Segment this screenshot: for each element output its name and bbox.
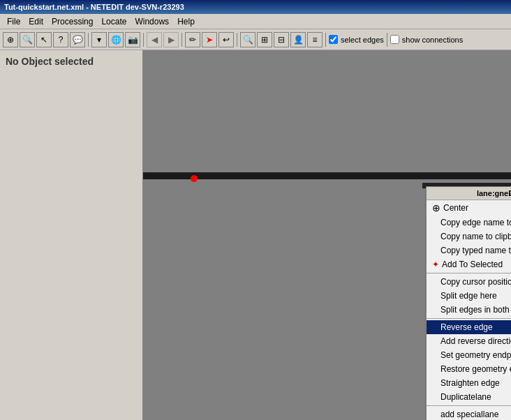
- toolbar-btn-7[interactable]: 🌐: [108, 32, 124, 47]
- ctx-add-special-lane-label: add speciallane: [440, 410, 498, 419]
- toolbar-sep-1: [88, 33, 89, 47]
- canvas-area[interactable]: lane:gneE1_0 ⊕ Center Copy edge name to …: [143, 50, 511, 420]
- toolbar-sep-6: [387, 33, 387, 47]
- ctx-add-reverse-label: Add reverse direction: [440, 336, 511, 346]
- menu-locate[interactable]: Locate: [97, 15, 131, 28]
- ctx-straighten-label: Straighten edge: [440, 378, 500, 388]
- show-connections-checkbox[interactable]: [390, 35, 399, 44]
- ctx-reverse-edge-label: Reverse edge: [440, 322, 493, 332]
- toolbar-btn-8[interactable]: 📷: [125, 32, 140, 47]
- toolbar-sep-3: [182, 33, 182, 47]
- ctx-duplicate-lane-label: Duplicatelane: [440, 392, 491, 402]
- ctx-add-reverse[interactable]: Add reverse direction: [427, 334, 511, 348]
- ctx-set-geometry[interactable]: Set geometry endpoint here: [427, 348, 511, 362]
- ctx-straighten[interactable]: Straighten edge: [427, 376, 511, 390]
- road-line-upper: [143, 172, 511, 179]
- toolbar-btn-grid2[interactable]: ⊟: [274, 32, 289, 47]
- main-layout: No Object selected lane:gneE1_0 ⊕ Center…: [0, 50, 511, 420]
- toolbar: ⊕ 🔍 ↖ ? 💬 ▾ 🌐 📷 ◀ ▶ ✏ ➤ ↩ 🔍 ⊞ ⊟ 👤 ≡ sele…: [0, 29, 511, 50]
- toolbar-btn-1[interactable]: ⊕: [3, 32, 18, 47]
- ctx-copy-typed-name[interactable]: Copy typed name to clipboard: [427, 243, 511, 257]
- ctx-copy-name-label: Copy name to clipboard: [440, 232, 511, 241]
- toolbar-btn-arrow-red[interactable]: ➤: [202, 32, 217, 47]
- add-selected-icon: ✦: [432, 260, 439, 269]
- ctx-header: lane:gneE1_0: [427, 187, 511, 200]
- menu-processing[interactable]: Processing: [47, 15, 97, 28]
- title-text: Tut-quickstart.net.xml - NETEDIT dev-SVN…: [4, 3, 184, 11]
- ctx-reverse-edge[interactable]: Reverse edge: [427, 320, 511, 334]
- toolbar-sep-5: [325, 33, 326, 47]
- toolbar-btn-5[interactable]: 💬: [70, 32, 85, 47]
- toolbar-sep-4: [237, 33, 237, 47]
- menu-edit[interactable]: Edit: [24, 15, 47, 28]
- ctx-restore-geometry-label: Restore geometry endpoint: [440, 364, 511, 374]
- ctx-add-special-lane[interactable]: add speciallane ▶: [427, 407, 511, 420]
- toolbar-btn-9[interactable]: ◀: [147, 32, 162, 47]
- road-endpoint-dot: [191, 175, 198, 182]
- ctx-restore-geometry[interactable]: Restore geometry endpoint: [427, 362, 511, 376]
- toolbar-btn-10[interactable]: ▶: [163, 32, 179, 47]
- ctx-duplicate-lane[interactable]: Duplicatelane: [427, 390, 511, 404]
- ctx-sep-1: [427, 273, 511, 273]
- toolbar-btn-grid[interactable]: ⊞: [257, 32, 272, 47]
- toolbar-btn-undo[interactable]: ↩: [219, 32, 234, 47]
- toolbar-btn-search[interactable]: 🔍: [240, 32, 256, 47]
- ctx-split-edges-both[interactable]: Split edges in both direction here: [427, 303, 511, 317]
- toolbar-btn-user[interactable]: 👤: [290, 32, 306, 47]
- menu-help[interactable]: Help: [173, 15, 199, 28]
- toolbar-btn-3[interactable]: ↖: [36, 32, 52, 47]
- ctx-split-edge[interactable]: Split edge here: [427, 289, 511, 303]
- toolbar-sep-2: [143, 33, 144, 47]
- ctx-copy-cursor-label: Copy cursor position to clipboard: [440, 277, 511, 287]
- ctx-sep-2: [427, 318, 511, 319]
- toolbar-btn-2[interactable]: 🔍: [20, 32, 35, 47]
- context-menu: lane:gneE1_0 ⊕ Center Copy edge name to …: [426, 186, 511, 420]
- ctx-add-to-selected[interactable]: ✦ Add To Selected: [427, 257, 511, 271]
- no-object-label: No Object selected: [6, 56, 137, 67]
- center-icon: ⊕: [432, 202, 440, 213]
- ctx-center[interactable]: ⊕ Center: [427, 200, 511, 216]
- toolbar-btn-lines[interactable]: ≡: [307, 32, 323, 47]
- ctx-copy-cursor[interactable]: Copy cursor position to clipboard: [427, 275, 511, 289]
- select-edges-checkbox[interactable]: [329, 35, 338, 44]
- ctx-center-label: Center: [443, 203, 468, 213]
- menu-windows[interactable]: Windows: [131, 15, 173, 28]
- menu-file[interactable]: File: [3, 15, 24, 28]
- show-connections-label: show connections: [402, 36, 463, 44]
- show-connections-group: show connections: [390, 35, 463, 44]
- menu-bar: File Edit Processing Locate Windows Help: [0, 14, 511, 29]
- ctx-copy-edge-name[interactable]: Copy edge name to clipboard: [427, 216, 511, 230]
- title-bar: Tut-quickstart.net.xml - NETEDIT dev-SVN…: [0, 0, 511, 14]
- ctx-copy-typed-name-label: Copy typed name to clipboard: [440, 246, 511, 255]
- ctx-split-edge-label: Split edge here: [440, 291, 497, 301]
- ctx-sep-3: [427, 405, 511, 406]
- toolbar-btn-pencil[interactable]: ✏: [185, 32, 200, 47]
- select-edges-group: select edges: [329, 35, 384, 44]
- toolbar-btn-6[interactable]: ▾: [91, 32, 107, 47]
- select-edges-label: select edges: [341, 36, 384, 44]
- toolbar-btn-4[interactable]: ?: [53, 32, 68, 47]
- left-panel: No Object selected: [0, 50, 143, 420]
- ctx-add-to-selected-label: Add To Selected: [442, 260, 503, 269]
- ctx-split-edges-both-label: Split edges in both direction here: [440, 305, 511, 315]
- ctx-copy-edge-name-label: Copy edge name to clipboard: [440, 218, 511, 227]
- ctx-copy-name[interactable]: Copy name to clipboard: [427, 230, 511, 243]
- ctx-set-geometry-label: Set geometry endpoint here: [440, 350, 511, 360]
